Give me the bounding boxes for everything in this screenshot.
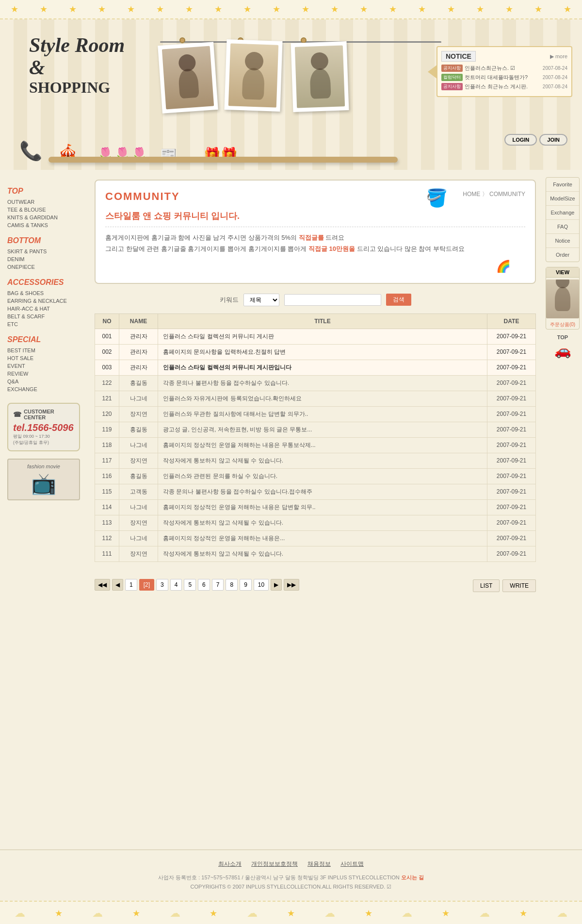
cell-title-0[interactable]: 인플러스 스타일 컬렉션의 커뮤니티 게시판 — [158, 329, 487, 344]
footer-link-sitemap[interactable]: 사이트맵 — [340, 860, 364, 868]
table-row: 119홍길동광고성 글, 인신공격, 저속한표현, 비방 등의 글은 무통보..… — [95, 422, 536, 437]
sidebar-item-review[interactable]: REVIEW — [7, 370, 80, 378]
page-10-button[interactable]: 10 — [254, 579, 269, 591]
col-name: NAME — [119, 314, 158, 329]
col-date: DATE — [487, 314, 536, 329]
star-icon: ★ — [98, 4, 106, 15]
sidebar-right-exchange[interactable]: Exchange — [546, 206, 579, 220]
footer-link-privacy[interactable]: 개인정보보호정책 — [251, 860, 298, 868]
sidebar-item-etc[interactable]: ETC — [7, 320, 80, 328]
sidebar-right-notice[interactable]: Notice — [546, 234, 579, 248]
star-icon: ★ — [11, 4, 18, 15]
cell-title-2[interactable]: 인플러스 스타일 컬렉션의 커뮤니티 게시판입니다 — [158, 360, 487, 375]
page-3-button[interactable]: 3 — [156, 579, 168, 591]
sidebar-item-bag[interactable]: BAG & SHOES — [7, 289, 80, 297]
cell-title-11[interactable]: 홈페이지의 정상적인 운영을 저해하는 내용은 답변할 의무.. — [158, 499, 487, 515]
sidebar-item-camis[interactable]: CAMIS & TANKS — [7, 221, 80, 229]
notice-text-2[interactable]: 인플러스 최근뉴스 게시판. — [465, 83, 541, 90]
join-button[interactable]: JOIN — [539, 134, 567, 146]
page-7-button[interactable]: 7 — [212, 579, 224, 591]
sidebar-item-event[interactable]: EVENT — [7, 362, 80, 370]
notice-more-link[interactable]: ▶ more — [550, 53, 567, 60]
sidebar-item-exchange[interactable]: EXCHANGE — [7, 385, 80, 393]
sidebar-item-belt[interactable]: BELT & SCARF — [7, 313, 80, 320]
sidebar-item-denim[interactable]: DENIM — [7, 255, 80, 263]
page-5-button[interactable]: 5 — [184, 579, 196, 591]
sidebar-item-skirt[interactable]: SKIRT & PANTS — [7, 248, 80, 255]
search-type-select[interactable]: 제목 내용 작성자 — [243, 294, 279, 306]
footer-link-jobs[interactable]: 채용정보 — [307, 860, 331, 868]
cell-title-8[interactable]: 작성자에게 통보하지 않고 삭제될 수 있습니다. — [158, 453, 487, 468]
col-no: NO — [95, 314, 119, 329]
sidebar-item-knits[interactable]: KNITS & GARDIDAN — [7, 214, 80, 221]
page-2-button[interactable]: [2] — [139, 579, 154, 591]
cell-title-10[interactable]: 각종 문의나 불편사항 등을 접수하실수 있습니다.접수해주 — [158, 484, 487, 499]
page-6-button[interactable]: 6 — [198, 579, 210, 591]
sidebar-item-outwear[interactable]: OUTWEAR — [7, 198, 80, 206]
sidebar-item-qa[interactable]: Q&A — [7, 378, 80, 385]
footer: 최사소개 개인정보보호정책 채용정보 사이트맵 사업자 등록번호 : 157~5… — [0, 849, 582, 901]
cell-no-5: 120 — [95, 406, 119, 422]
cell-title-9[interactable]: 인플러스와 관련된 문의를 하실 수 있습니다. — [158, 468, 487, 484]
page-prev-button[interactable]: ◀ — [112, 579, 123, 591]
community-box: COMMUNITY HOME 〉 COMMUNITY 🪣 스타일룸 앤 쇼핑 커… — [95, 180, 536, 284]
content-area: COMMUNITY HOME 〉 COMMUNITY 🪣 스타일룸 앤 쇼핑 커… — [87, 175, 543, 844]
sidebar-right-favorite[interactable]: Favorite — [546, 178, 579, 192]
title-ampersand: & — [29, 56, 125, 79]
notice-date-0: 2007-08-24 — [543, 66, 567, 71]
sidebar-item-onepiece[interactable]: ONEPIECE — [7, 263, 80, 271]
page-first-button[interactable]: ◀◀ — [95, 579, 110, 591]
sidebar-right-modelsize[interactable]: ModelSize — [546, 192, 579, 206]
notice-item-2: 공지사항 인플러스 최근뉴스 게시판. 2007-08-24 — [441, 83, 567, 90]
cell-title-14[interactable]: 작성자에게 통보하지 않고 삭제될 수 있습니다. — [158, 546, 487, 561]
title-line1: Style Room — [29, 34, 125, 56]
notice-text-1[interactable]: 컷트머리 대세플따돌텐가? — [465, 74, 541, 81]
cell-title-5[interactable]: 인플러스와 무관한 질의사항에 대해서는 답변할 의무가.. — [158, 406, 487, 422]
cell-title-7[interactable]: 홈페이지의 정상적인 운영을 저해하는 내용은 무통보삭제... — [158, 437, 487, 453]
cell-no-2: 003 — [95, 360, 119, 375]
sidebar-title-accessories: ACCESSORIES — [7, 278, 80, 287]
footer-highlight[interactable]: 오시는 길 — [401, 874, 424, 880]
sidebar-item-hair[interactable]: HAIR-ACC & HAT — [7, 305, 80, 313]
page-next-button[interactable]: ▶ — [271, 579, 282, 591]
watering-can-icon: 🪣 — [426, 188, 448, 208]
star-icon: ★ — [519, 908, 527, 919]
sidebar-right-order[interactable]: Order — [546, 248, 579, 262]
cell-title-6[interactable]: 광고성 글, 인신공격, 저속한표현, 비방 등의 글은 무통보... — [158, 422, 487, 437]
sidebar-item-earring[interactable]: EARRING & NECKLACE — [7, 297, 80, 305]
page-4-button[interactable]: 4 — [170, 579, 182, 591]
star-icon: ★ — [389, 4, 397, 15]
sidebar-right: Favorite ModelSize Exchange FAQ Notice O… — [543, 175, 582, 844]
write-button[interactable]: WRITE — [502, 579, 536, 592]
page-last-button[interactable]: ▶▶ — [284, 579, 299, 591]
sidebar-section-bottom: BOTTOM SKIRT & PANTS DENIM ONEPIECE — [7, 236, 80, 271]
cell-date-2: 2007-09-21 — [487, 360, 536, 375]
cell-name-0: 관리자 — [119, 329, 158, 344]
search-button[interactable]: 검색 — [386, 294, 411, 306]
footer-reg-text: 사업자 등록번호 : 157~575~57851 / 울산광역시 남구 달동 청… — [10, 873, 572, 882]
page-9-button[interactable]: 9 — [240, 579, 252, 591]
sidebar-item-hot[interactable]: HOT SALE — [7, 354, 80, 362]
cell-title-13[interactable]: 홈페이지의 정상적인 운영을 저해하는 내용은... — [158, 530, 487, 546]
cell-title-12[interactable]: 작성자에게 통보하지 않고 삭제될 수 있습니다. — [158, 515, 487, 530]
community-desc-1: 홈게게이지판에 홈기글과 함에 사진을 남겨 주시면 상품가격의 5%의 직접글… — [105, 232, 525, 243]
page-1-button[interactable]: 1 — [125, 579, 137, 591]
footer-link-about[interactable]: 최사소개 — [218, 860, 242, 868]
cell-title-4[interactable]: 인플러스와 자유게시판에 등록되었습니다.확인하세요 — [158, 391, 487, 406]
cell-title-1[interactable]: 홈페이지의 문의사항을 입력하세요.친절히 답변 — [158, 344, 487, 360]
list-button[interactable]: LIST — [473, 579, 500, 592]
table-row: 114나그네홈페이지의 정상적인 운영을 저해하는 내용은 답변할 의무..20… — [95, 499, 536, 515]
cell-name-7: 나그네 — [119, 437, 158, 453]
notice-text-0[interactable]: 인플러스최근뉴스. ☑ — [465, 65, 541, 72]
search-input[interactable] — [284, 294, 381, 306]
sidebar-item-tee[interactable]: TEE & BLOUSE — [7, 206, 80, 214]
fashion-movie-box[interactable]: fashion movie 📺 — [7, 459, 80, 500]
photo-pin — [179, 37, 185, 43]
sidebar-right-faq[interactable]: FAQ — [546, 220, 579, 234]
login-button[interactable]: LOGIN — [504, 134, 537, 146]
customer-center-hours: 평일 09:00 ~ 17:30 (주말/공휴일 휴무) — [13, 433, 74, 446]
sidebar-item-best[interactable]: BEST ITEM — [7, 346, 80, 354]
cloud-icon: ☁ — [557, 907, 567, 920]
cell-title-3[interactable]: 각종 문의나 불편사항 등을 접수하실수 있습니다. — [158, 375, 487, 391]
page-8-button[interactable]: 8 — [226, 579, 238, 591]
